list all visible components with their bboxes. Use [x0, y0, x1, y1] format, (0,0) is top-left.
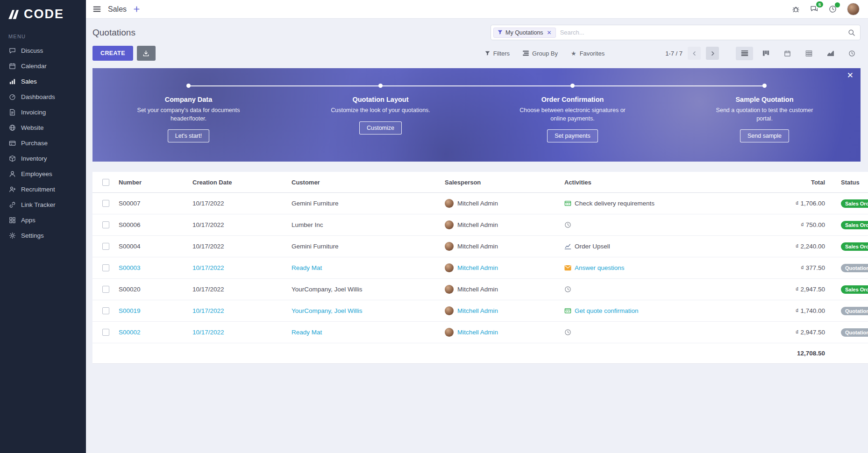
activity-view-button[interactable]	[843, 47, 861, 60]
user-avatar[interactable]	[847, 3, 860, 15]
status-badge: Quotation	[841, 328, 868, 337]
activity-cell[interactable]: Order Upsell	[564, 243, 768, 250]
sidebar-item-calendar[interactable]: Calendar	[0, 58, 86, 74]
salesperson-name: Mitchell Admin	[457, 307, 498, 314]
sidebar-item-invoicing[interactable]: Invoicing	[0, 105, 86, 120]
activity-cell[interactable]	[564, 329, 768, 336]
sidebar-item-dashboards[interactable]: Dashboards	[0, 89, 86, 105]
quotation-number: S00007	[119, 200, 192, 207]
row-checkbox[interactable]	[102, 329, 109, 336]
search-input[interactable]	[560, 29, 844, 36]
table-row[interactable]: S00007 10/17/2022 Gemini Furniture Mitch…	[92, 193, 868, 214]
pager-next-button[interactable]	[706, 47, 719, 60]
step-title: Company Data	[105, 96, 272, 103]
customize-button[interactable]: Customize	[359, 121, 402, 134]
row-checkbox[interactable]	[102, 200, 109, 207]
row-checkbox[interactable]	[102, 243, 109, 250]
sidebar-item-recruitment[interactable]: Recruitment	[0, 182, 86, 197]
sidebar-item-inventory[interactable]: Inventory	[0, 151, 86, 166]
salesperson-name: Mitchell Admin	[457, 329, 498, 336]
group-by-button[interactable]: Group By	[523, 50, 558, 57]
column-header-number[interactable]: Number	[119, 179, 192, 186]
salesperson-avatar	[445, 199, 454, 208]
table-row[interactable]: S00019 10/17/2022 YourCompany, Joel Will…	[92, 300, 868, 322]
download-icon	[142, 50, 149, 57]
sidebar-item-employees[interactable]: Employees	[0, 166, 86, 182]
pivot-view-icon	[805, 50, 812, 57]
step-description: Customize the look of your quotations.	[326, 106, 435, 115]
select-all-checkbox[interactable]	[102, 179, 109, 186]
activity-cell[interactable]: Answer questions	[564, 264, 768, 271]
column-header-total[interactable]: Total	[768, 179, 829, 186]
set-payments-button[interactable]: Set payments	[547, 129, 598, 142]
row-checkbox[interactable]	[102, 221, 109, 228]
activities-clock-icon[interactable]	[829, 5, 837, 13]
search-bar[interactable]: My Quotations ✕	[491, 25, 861, 40]
pivot-view-button[interactable]	[800, 47, 818, 60]
column-header-salesperson[interactable]: Salesperson	[445, 179, 564, 186]
calendar-view-button[interactable]	[779, 47, 796, 60]
table-row[interactable]: S00004 10/17/2022 Gemini Furniture Mitch…	[92, 236, 868, 257]
page-title: Quotations	[92, 28, 135, 38]
search-facet-my-quotations[interactable]: My Quotations ✕	[493, 28, 556, 38]
row-checkbox[interactable]	[102, 286, 109, 293]
column-header-status[interactable]: Status	[829, 179, 868, 186]
table-row[interactable]: S00003 10/17/2022 Ready Mat Mitchell Adm…	[92, 257, 868, 279]
step-title: Quotation Layout	[297, 96, 464, 103]
sidebar-item-label: Employees	[21, 170, 52, 177]
activity-cell[interactable]	[564, 221, 768, 228]
onboarding-step-sample-quotation: Sample Quotation Send a quotation to tes…	[669, 83, 861, 162]
messages-icon[interactable]: 5	[810, 5, 818, 13]
activity-email-icon	[564, 265, 571, 271]
row-checkbox[interactable]	[102, 264, 109, 271]
column-header-activities[interactable]: Activities	[564, 179, 768, 186]
status-badge: Quotation Se	[841, 307, 868, 315]
filters-button[interactable]: Filters	[485, 50, 510, 57]
app-logo[interactable]: CODE	[0, 0, 86, 28]
activity-cell[interactable]	[564, 286, 768, 293]
column-header-customer[interactable]: Customer	[292, 179, 445, 186]
table-row[interactable]: S00020 10/17/2022 YourCompany, Joel Will…	[92, 279, 868, 300]
row-select-cell	[92, 200, 119, 207]
salesperson-avatar	[445, 328, 454, 337]
quotation-number: S00004	[119, 243, 192, 250]
lets-start-button[interactable]: Let's start!	[168, 129, 209, 142]
export-button[interactable]	[137, 46, 156, 61]
new-tab-plus-icon[interactable]	[133, 6, 140, 13]
sidebar-item-website[interactable]: Website	[0, 120, 86, 135]
customer-name: Ready Mat	[292, 264, 445, 271]
create-button[interactable]: CREATE	[92, 46, 133, 61]
pager-previous-button[interactable]	[688, 47, 701, 60]
facet-remove-icon[interactable]: ✕	[547, 30, 552, 35]
search-icon[interactable]	[848, 29, 855, 36]
graph-view-button[interactable]	[822, 47, 839, 60]
row-select-cell	[92, 307, 119, 314]
sidebar-item-settings[interactable]: Settings	[0, 228, 86, 243]
sidebar-item-sales[interactable]: Sales	[0, 74, 86, 89]
row-checkbox[interactable]	[102, 307, 109, 314]
pager: 1-7 / 7	[665, 47, 719, 60]
list-view-button[interactable]	[736, 47, 753, 60]
logo-text: CODE	[24, 7, 64, 21]
creation-date: 10/17/2022	[192, 329, 292, 336]
total-amount: ₫ 750.00	[768, 221, 829, 228]
control-panel-actions: CREATE Filters Group By ★ Favorites	[86, 42, 868, 66]
sidebar-item-purchase[interactable]: Purchase	[0, 135, 86, 151]
activity-cell[interactable]: Check delivery requirements	[564, 200, 768, 207]
debug-icon[interactable]	[792, 5, 800, 13]
sidebar-item-discuss[interactable]: Discuss	[0, 43, 86, 58]
app-menu-title[interactable]: Sales	[108, 5, 127, 14]
table-row[interactable]: S00002 10/17/2022 Ready Mat Mitchell Adm…	[92, 322, 868, 343]
activity-clock-icon	[564, 286, 571, 293]
kanban-view-button[interactable]	[757, 47, 775, 60]
favorites-button[interactable]: ★ Favorites	[571, 50, 605, 57]
sidebar-item-apps[interactable]: Apps	[0, 212, 86, 228]
row-select-cell	[92, 329, 119, 336]
activity-cell[interactable]: Get quote confirmation	[564, 307, 768, 314]
hamburger-menu-icon[interactable]	[92, 5, 101, 14]
column-header-creation-date[interactable]: Creation Date	[192, 179, 292, 186]
table-row[interactable]: S00006 10/17/2022 Lumber Inc Mitchell Ad…	[92, 214, 868, 236]
send-sample-button[interactable]: Send sample	[740, 129, 789, 142]
onboarding-steps: Company Data Set your company's data for…	[92, 68, 861, 162]
sidebar-item-link-tracker[interactable]: Link Tracker	[0, 197, 86, 212]
